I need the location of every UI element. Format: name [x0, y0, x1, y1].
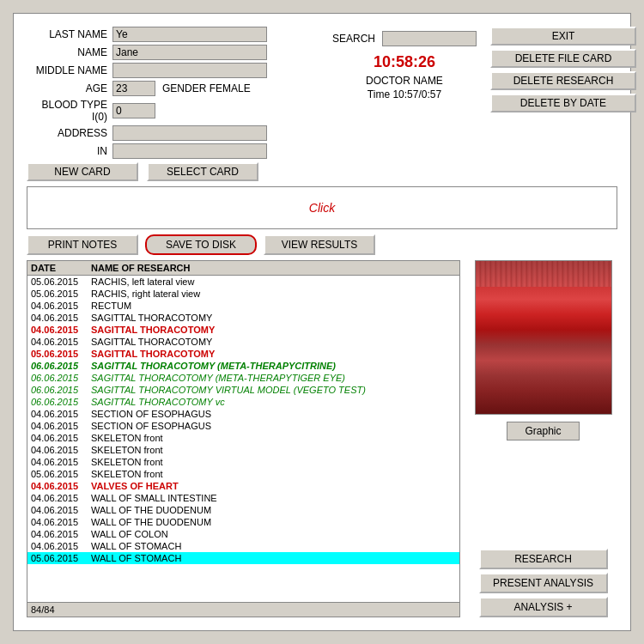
cell-date: 04.06.2015 — [31, 457, 91, 467]
notes-area[interactable]: Click — [27, 186, 617, 229]
cell-name: RACHIS, right lateral view — [91, 289, 456, 299]
cell-name: SAGITTAL THORACOTOMY — [91, 313, 456, 323]
cell-date: 06.06.2015 — [31, 397, 91, 407]
form-panel: LAST NAME NAME MIDDLE NAME AGE GENDER FE… — [27, 27, 319, 181]
cell-date: 04.06.2015 — [31, 409, 91, 419]
table-body[interactable]: 05.06.2015 RACHIS, left lateral view05.0… — [27, 276, 459, 602]
address-row: ADDRESS — [27, 125, 319, 141]
search-input[interactable] — [382, 31, 477, 46]
table-footer: 84/84 — [27, 602, 459, 617]
middle-panel: SEARCH 10:58:26 DOCTOR NAME Time 10:57/0… — [327, 27, 482, 181]
name-input[interactable] — [112, 45, 267, 60]
cell-name: WALL OF COLON — [91, 529, 456, 539]
last-name-row: LAST NAME — [27, 27, 319, 42]
table-row[interactable]: 05.06.2015 SAGITTAL THORACOTOMY — [27, 348, 459, 360]
delete-by-date-button[interactable]: DELETE BY DATE — [490, 94, 636, 112]
table-row[interactable]: 04.06.2015 SKELETON front — [27, 432, 459, 444]
table-row[interactable]: 04.06.2015 SECTION OF ESOPHAGUS — [27, 420, 459, 432]
table-row[interactable]: 04.06.2015 WALL OF THE DUODENUM — [27, 516, 459, 528]
graphic-label: Graphic — [507, 422, 579, 440]
age-input[interactable] — [112, 81, 155, 96]
clock-time: 10:58:26 — [374, 53, 435, 71]
cell-name: WALL OF STOMACH — [91, 553, 456, 563]
cell-date: 05.06.2015 — [31, 289, 91, 299]
cell-name: WALL OF THE DUODENUM — [91, 517, 456, 527]
analysis-plus-button[interactable]: ANALYSIS + — [479, 597, 608, 617]
age-row: AGE GENDER FEMALE — [27, 81, 319, 96]
cell-date: 04.06.2015 — [31, 541, 91, 551]
table-row[interactable]: 05.06.2015 RACHIS, left lateral view — [27, 276, 459, 288]
table-row[interactable]: 06.06.2015 SAGITTAL THORACOTOMY (META-TH… — [27, 360, 459, 372]
cell-date: 05.06.2015 — [31, 553, 91, 563]
print-notes-button[interactable]: PRINT NOTES — [27, 234, 138, 255]
search-label: SEARCH — [332, 33, 375, 45]
cell-date: 05.06.2015 — [31, 469, 91, 479]
main-container: LAST NAME NAME MIDDLE NAME AGE GENDER FE… — [0, 0, 644, 644]
table-row[interactable]: 04.06.2015 WALL OF SMALL INTESTINE — [27, 492, 459, 504]
lower-section: DATE NAME OF RESEARCH 05.06.2015 RACHIS,… — [27, 260, 617, 617]
table-row[interactable]: 05.06.2015 SKELETON front — [27, 468, 459, 480]
last-name-input[interactable] — [112, 27, 267, 42]
research-button[interactable]: RESEARCH — [479, 549, 608, 569]
cell-name: SKELETON front — [91, 469, 456, 479]
top-section: LAST NAME NAME MIDDLE NAME AGE GENDER FE… — [27, 27, 617, 181]
table-row[interactable]: 06.06.2015 SAGITTAL THORACOTOMY vc — [27, 396, 459, 408]
table-row[interactable]: 06.06.2015 SAGITTAL THORACOTOMY (META-TH… — [27, 372, 459, 384]
doctor-name-label: DOCTOR NAME — [366, 75, 443, 87]
blood-type-input[interactable] — [112, 103, 155, 118]
cell-date: 04.06.2015 — [31, 433, 91, 443]
table-row[interactable]: 04.06.2015 SECTION OF ESOPHAGUS — [27, 408, 459, 420]
table-row[interactable]: 04.06.2015 SKELETON front — [27, 444, 459, 456]
table-panel: DATE NAME OF RESEARCH 05.06.2015 RACHIS,… — [27, 260, 460, 617]
graphic-panel: Graphic RESEARCH PRESENT ANALYSIS ANALYS… — [469, 260, 617, 617]
table-row[interactable]: 04.06.2015 SKELETON front — [27, 456, 459, 468]
delete-research-button[interactable]: DELETE RESEARCH — [490, 71, 636, 90]
side-buttons: RESEARCH PRESENT ANALYSIS ANALYSIS + — [469, 549, 617, 617]
cell-date: 06.06.2015 — [31, 361, 91, 371]
table-row[interactable]: 04.06.2015 WALL OF THE DUODENUM — [27, 504, 459, 516]
cell-name: RECTUM — [91, 301, 456, 311]
cell-date: 06.06.2015 — [31, 385, 91, 395]
cell-name: WALL OF THE DUODENUM — [91, 505, 456, 515]
table-row[interactable]: 05.06.2015 WALL OF STOMACH — [27, 552, 459, 564]
table-row[interactable]: 04.06.2015 VALVES OF HEART — [27, 480, 459, 492]
address-input[interactable] — [112, 125, 267, 141]
graphic-image[interactable] — [475, 260, 612, 415]
in-input[interactable] — [112, 143, 267, 159]
middle-name-input[interactable] — [112, 63, 267, 78]
in-label: IN — [27, 145, 112, 157]
last-name-label: LAST NAME — [27, 28, 112, 40]
table-row[interactable]: 04.06.2015 WALL OF STOMACH — [27, 540, 459, 552]
cell-date: 05.06.2015 — [31, 276, 91, 287]
action-buttons: PRINT NOTES SAVE TO DISK VIEW RESULTS — [27, 234, 617, 255]
table-row[interactable]: 04.06.2015 WALL OF COLON — [27, 528, 459, 540]
table-row[interactable]: 04.06.2015 SAGITTAL THORACOTOMY — [27, 312, 459, 324]
view-results-button[interactable]: VIEW RESULTS — [264, 234, 375, 255]
cell-name: SKELETON front — [91, 457, 456, 467]
header-name: NAME OF RESEARCH — [91, 263, 456, 273]
middle-name-row: MIDDLE NAME — [27, 63, 319, 78]
search-row: SEARCH — [332, 31, 477, 46]
table-row[interactable]: 04.06.2015 SAGITTAL THORACOTOMY — [27, 336, 459, 348]
age-label: AGE — [27, 82, 112, 94]
cell-name: SAGITTAL THORACOTOMY — [91, 349, 456, 359]
blood-type-label: BLOOD TYPE I(0) — [27, 99, 112, 123]
new-card-button[interactable]: NEW CARD — [27, 162, 138, 181]
right-panel: EXIT DELETE FILE CARD DELETE RESEARCH DE… — [490, 27, 636, 181]
table-row[interactable]: 06.06.2015 SAGITTAL THORACOTOMY VIRTUAL … — [27, 384, 459, 396]
select-card-button[interactable]: SELECT CARD — [147, 162, 258, 181]
cell-date: 04.06.2015 — [31, 325, 91, 335]
cell-name: SAGITTAL THORACOTOMY — [91, 337, 456, 347]
delete-file-card-button[interactable]: DELETE FILE CARD — [490, 49, 636, 68]
present-analysis-button[interactable]: PRESENT ANALYSIS — [479, 573, 608, 593]
in-row: IN — [27, 143, 319, 159]
table-row[interactable]: 05.06.2015 RACHIS, right lateral view — [27, 288, 459, 300]
cell-name: VALVES OF HEART — [91, 481, 456, 491]
cell-date: 04.06.2015 — [31, 529, 91, 539]
cell-name: SAGITTAL THORACOTOMY vc — [91, 397, 456, 407]
table-row[interactable]: 04.06.2015 SAGITTAL THORACOTOMY — [27, 324, 459, 336]
table-header: DATE NAME OF RESEARCH — [27, 261, 459, 276]
table-row[interactable]: 04.06.2015 RECTUM — [27, 300, 459, 312]
save-to-disk-button[interactable]: SAVE TO DISK — [145, 234, 257, 255]
exit-button[interactable]: EXIT — [490, 27, 636, 46]
